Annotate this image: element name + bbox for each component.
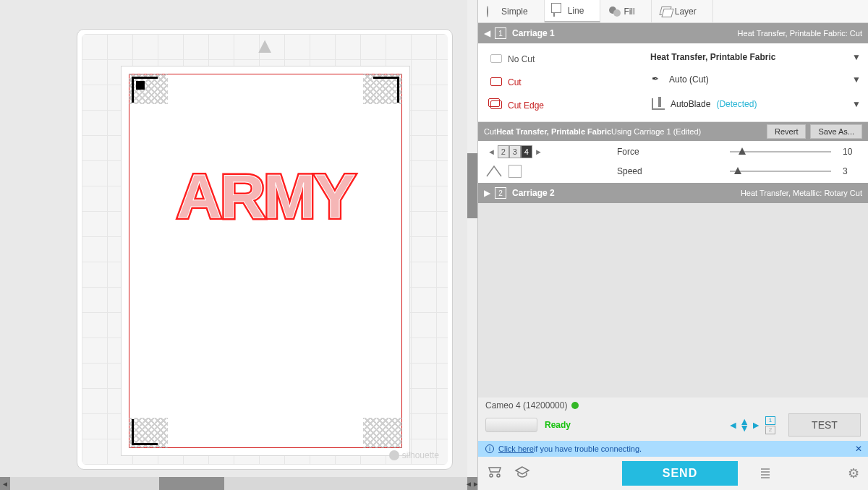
chevron-down-icon: ▼ (852, 52, 861, 62)
store-icon[interactable] (487, 465, 503, 482)
tab-layer-label: Layer (675, 7, 697, 17)
registration-square (136, 81, 145, 90)
registration-mark-tr (373, 77, 399, 103)
collapse-arrow-icon[interactable]: ◀ (484, 28, 490, 38)
overcut-color-swatch[interactable] (509, 165, 522, 178)
registration-mark-bl (132, 419, 158, 445)
material-dropdown[interactable]: Heat Transfer, Printable Fabric ▼ (649, 49, 862, 65)
tab-simple[interactable]: Simple (478, 0, 545, 22)
tab-line-label: Line (568, 6, 584, 16)
queue-icon[interactable] (760, 467, 771, 480)
ready-row: Ready ◄ ▲ ▼ ► 1 2 TEST (478, 411, 868, 441)
depth-option-2[interactable]: 2 (498, 145, 509, 158)
line-segment-overcut-icon[interactable] (485, 165, 503, 178)
design-page[interactable]: ARMY ARMY (121, 66, 410, 456)
cutting-mat[interactable]: ▲ ARMY ARMY silhouette (77, 29, 453, 470)
speed-slider[interactable] (730, 166, 831, 176)
carriage-1-body: No Cut Cut Cut Edge Heat Transfer, Print… (478, 43, 868, 122)
material-name: Heat Transfer, Printable Fabric (650, 52, 775, 62)
feed-arrows: ◄ ▲ ▼ ► 1 2 (728, 416, 775, 434)
canvas-horizontal-scroll-thumb[interactable] (159, 477, 224, 490)
force-value: 10 (843, 147, 868, 157)
carriage-1-title: Carriage 1 (512, 28, 555, 38)
cutstrip-material: Heat Transfer, Printable Fabric (496, 127, 611, 136)
scroll-left-arrow-icon[interactable]: ◄ (0, 477, 10, 490)
feed-left-icon[interactable]: ◄ (728, 419, 738, 431)
cutstrip-prefix: Cut (484, 127, 496, 136)
connection-help-text: if you have trouble connecting. (534, 444, 642, 453)
blade-status: (Detected) (716, 99, 757, 109)
cut-mode-cut[interactable]: Cut (484, 72, 643, 93)
tab-fill[interactable]: Fill (600, 0, 651, 22)
device-thumbnail-icon (485, 418, 537, 432)
canvas-vertical-scrollbar[interactable] (467, 0, 477, 477)
blade-depth-selector[interactable]: ◄ 2 3 4 ► (485, 145, 565, 158)
depth-option-4[interactable]: 4 (521, 145, 532, 158)
carriage-number-1-icon: 1 (495, 27, 506, 39)
speed-value: 3 (843, 166, 868, 176)
action-tabs: Simple Line Fill Layer (478, 0, 868, 23)
test-button[interactable]: TEST (788, 413, 861, 437)
cut-mode-cutedge-label: Cut Edge (508, 100, 544, 111)
tool-select-2[interactable]: 2 (765, 426, 775, 434)
ready-label: Ready (545, 420, 571, 430)
action-label: Auto (Cut) (669, 74, 709, 85)
feed-down-icon[interactable]: ▼ (739, 425, 749, 431)
action-dropdown[interactable]: ✒ Auto (Cut) ▼ (649, 69, 862, 90)
device-line: Cameo 4 (14200000) (478, 397, 868, 411)
depth-decrease-icon[interactable]: ◄ (485, 147, 498, 156)
tool-select-1[interactable]: 1 (765, 416, 775, 425)
tutorial-icon[interactable] (514, 465, 530, 482)
blade-icon (652, 98, 665, 110)
connection-help-bar: i Click here if you have trouble connect… (478, 441, 868, 457)
carriage-2-header[interactable]: ▶ 2 Carriage 2 Heat Transfer, Metallic: … (478, 183, 868, 203)
feed-right-icon[interactable]: ► (751, 419, 761, 431)
tab-simple-label: Simple (501, 7, 528, 17)
send-button[interactable]: SEND (622, 461, 738, 486)
save-as-button[interactable]: Save As... (810, 124, 862, 139)
tab-layer[interactable]: Layer (652, 0, 713, 22)
force-label: Force (617, 147, 726, 157)
brand-logo-icon (389, 450, 399, 460)
cutstrip-mid: Using Carriage 1 (Edited) (611, 127, 701, 136)
cut-mode-cut-label: Cut (508, 77, 522, 87)
nocut-icon (490, 54, 502, 64)
cut-mode-list: No Cut Cut Cut Edge (484, 49, 643, 116)
connected-indicator-icon (571, 402, 579, 409)
revert-button[interactable]: Revert (767, 124, 806, 139)
cut-mode-nocut[interactable]: No Cut (484, 49, 643, 69)
brand-watermark: silhouette (389, 450, 439, 460)
cut-icon (490, 77, 502, 87)
send-bar: SEND ⚙ (478, 457, 868, 490)
info-icon: i (485, 444, 494, 453)
depth-option-3[interactable]: 3 (509, 145, 521, 158)
canvas-horizontal-scrollbar[interactable]: ◄ (0, 477, 467, 490)
tab-line[interactable]: Line (545, 0, 601, 22)
cut-mode-cutedge[interactable]: Cut Edge (484, 95, 643, 116)
carriage-1-summary: Heat Transfer, Printable Fabric: Cut (738, 29, 862, 38)
connection-help-link[interactable]: Click here (498, 444, 534, 453)
expand-arrow-icon[interactable]: ▶ (484, 188, 490, 198)
cut-settings-header: Cut Heat Transfer, Printable Fabric Usin… (478, 122, 868, 141)
chevron-down-icon: ▼ (852, 74, 861, 85)
gear-icon[interactable]: ⚙ (848, 465, 859, 481)
scroll-right-arrow-icon[interactable]: ◄► (467, 477, 477, 490)
carriage-1-header[interactable]: ◀ 1 Carriage 1 Heat Transfer, Printable … (478, 23, 868, 43)
close-icon[interactable]: ✕ (855, 444, 862, 454)
speed-label: Speed (617, 166, 726, 176)
brand-watermark-text: silhouette (402, 450, 439, 460)
depth-increase-icon[interactable]: ► (532, 147, 545, 156)
tab-fill-label: Fill (624, 7, 634, 17)
carriage-number-2-icon: 2 (495, 187, 506, 199)
blade-name: AutoBlade (671, 99, 710, 109)
canvas-workspace: ▲ ARMY ARMY silhouette ◄ ◄► (0, 0, 477, 490)
carriage-2-summary: Heat Transfer, Metallic: Rotary Cut (741, 189, 862, 197)
force-slider[interactable] (730, 147, 831, 157)
blade-dropdown[interactable]: AutoBlade (Detected) ▼ (649, 94, 862, 114)
carriage-2-title: Carriage 2 (512, 188, 555, 198)
registration-hatch-br (363, 418, 402, 448)
chevron-down-icon: ▼ (852, 99, 861, 109)
material-settings: Heat Transfer, Printable Fabric ▼ ✒ Auto… (649, 49, 862, 116)
cut-border (129, 74, 402, 448)
canvas-vertical-scroll-thumb[interactable] (467, 153, 477, 218)
